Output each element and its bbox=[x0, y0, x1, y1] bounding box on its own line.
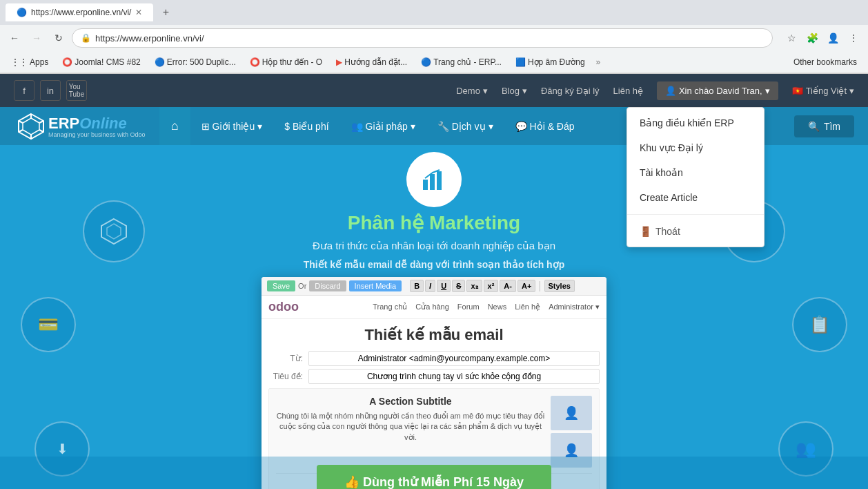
tab-bar: 🔵 https://www.erponline.vn/vi/ ✕ + bbox=[0, 0, 868, 25]
home-button[interactable]: ⌂ bbox=[159, 107, 190, 145]
sub-btn[interactable]: x₂ bbox=[466, 280, 482, 292]
nav-news[interactable]: News bbox=[488, 303, 507, 311]
save-button[interactable]: Save bbox=[267, 280, 295, 291]
bookmark-inbox[interactable]: ⭕ Hộp thư đến - O bbox=[244, 55, 328, 69]
font-increase-btn[interactable]: A+ bbox=[517, 280, 535, 292]
erp-icon: 🔵 bbox=[421, 57, 431, 67]
social-icons: f in YouTube bbox=[14, 80, 87, 101]
from-value[interactable]: Administrator <admin@yourcompany.example… bbox=[308, 351, 600, 366]
main-menu-items: ⊞ Giới thiệu ▾ $ Biểu phí 👥 Giải pháp ▾ … bbox=[190, 107, 586, 145]
logo-erp: ERP bbox=[48, 115, 79, 133]
user-menu-button[interactable]: 👤 Xin chào David Tran, ▾ bbox=[657, 82, 778, 100]
search-icon: 🔍 bbox=[808, 121, 820, 132]
logo[interactable]: ERP Online Managing your business with O… bbox=[14, 109, 146, 144]
dropdown-create-article[interactable]: Create Article bbox=[627, 185, 764, 210]
url-text: https://www.erponline.vn/vi/ bbox=[95, 33, 204, 44]
address-bar[interactable]: 🔒 https://www.erponline.vn/vi/ bbox=[72, 28, 773, 48]
hero-main-icon bbox=[406, 152, 462, 207]
hero-feature-text: Thiết kế mẫu email dễ dàng với trình soạ… bbox=[0, 259, 868, 270]
dropdown-logout[interactable]: 🚪 Thoát bbox=[627, 219, 764, 244]
from-field: Từ: Administrator <admin@yourcompany.exa… bbox=[268, 351, 600, 366]
nav-dich-vu[interactable]: 🔧 Dịch vụ ▾ bbox=[426, 107, 504, 145]
cta-area: 👍 Dùng thử Miễn Phí 15 Ngày bbox=[0, 457, 868, 489]
register-agent-link[interactable]: Đăng ký Đại lý bbox=[541, 86, 600, 96]
forward-button[interactable]: → bbox=[28, 29, 46, 47]
back-button[interactable]: ← bbox=[6, 29, 23, 47]
email-odoo-header: odoo Trang chủ Cửa hàng Forum News Liên … bbox=[262, 296, 606, 319]
odoo-nav: Trang chủ Cửa hàng Forum News Liên hệ Ad… bbox=[373, 303, 600, 311]
font-decrease-btn[interactable]: A- bbox=[500, 280, 516, 292]
joomla-icon: ⭕ bbox=[62, 57, 72, 67]
subject-value[interactable]: Chương trình chung tay vì sức khỏe cộng … bbox=[308, 369, 600, 384]
nav-admin[interactable]: Administrator ▾ bbox=[549, 303, 600, 311]
dropdown-agent-area[interactable]: Khu vực Đại lý bbox=[627, 135, 764, 160]
svg-marker-8 bbox=[101, 219, 126, 244]
profile-button[interactable]: 👤 bbox=[824, 29, 842, 47]
blog-menu[interactable]: Blog ▾ bbox=[502, 86, 527, 96]
inbox-icon: ⭕ bbox=[250, 57, 260, 67]
bold-btn[interactable]: B bbox=[410, 280, 424, 292]
bookmark-erp[interactable]: 🔵 Trang chủ - ERP... bbox=[415, 55, 507, 69]
bookmark-joomla[interactable]: ⭕ Joomla! CMS #82 bbox=[57, 55, 146, 69]
circuit-node-left-top bbox=[83, 200, 145, 262]
insert-media-button[interactable]: Insert Media bbox=[349, 280, 402, 291]
bookmarks-overflow: » bbox=[593, 57, 604, 67]
flag-icon: 🇻🇳 bbox=[792, 86, 803, 96]
logo-tagline: Managing your business with Odoo bbox=[48, 131, 146, 138]
bookmark-youtube[interactable]: ▶ Hướng dẫn đặt... bbox=[331, 55, 413, 69]
bookmark-apps[interactable]: ⋮⋮ Apps bbox=[6, 55, 54, 69]
reload-button[interactable]: ↻ bbox=[50, 29, 68, 47]
menu-button[interactable]: ⋮ bbox=[845, 29, 862, 47]
youtube-social-icon[interactable]: YouTube bbox=[66, 80, 87, 101]
italic-btn[interactable]: I bbox=[425, 280, 435, 292]
discard-button[interactable]: Discard bbox=[309, 280, 346, 291]
section-body-text: Chúng tôi là một nhóm những người cần th… bbox=[276, 411, 545, 443]
website-content: f in YouTube Demo ▾ Blog ▾ Đăng ký Đại l… bbox=[0, 74, 868, 489]
active-tab[interactable]: 🔵 https://www.erponline.vn/vi/ ✕ bbox=[6, 3, 153, 21]
user-dropdown-arrow: ▾ bbox=[765, 86, 770, 96]
demo-menu[interactable]: Demo ▾ bbox=[456, 86, 488, 96]
browser-chrome: 🔵 https://www.erponline.vn/vi/ ✕ + ← → ↻… bbox=[0, 0, 868, 74]
error-icon: 🔵 bbox=[155, 57, 165, 67]
nav-trangchu[interactable]: Trang chủ bbox=[373, 303, 407, 311]
nav-forum[interactable]: Forum bbox=[457, 303, 480, 311]
nav-gioi-thieu[interactable]: ⊞ Giới thiệu ▾ bbox=[190, 107, 274, 145]
bookmark-star-button[interactable]: ☆ bbox=[782, 29, 800, 47]
linkedin-icon[interactable]: in bbox=[40, 80, 61, 101]
bookmarks-bar: ⋮⋮ Apps ⭕ Joomla! CMS #82 🔵 Error: 500 D… bbox=[0, 51, 868, 73]
circuit-node-left-mid: 💳 bbox=[21, 297, 76, 352]
section-title-1: A Section Subtitle bbox=[276, 396, 545, 407]
contact-link[interactable]: Liên hệ bbox=[613, 86, 643, 96]
home-icon: ⌂ bbox=[171, 119, 179, 133]
format-buttons: B I U S x₂ x² A- A+ | Styles bbox=[410, 280, 575, 292]
underline-btn[interactable]: U bbox=[437, 280, 451, 292]
nav-cuahang[interactable]: Cửa hàng bbox=[415, 303, 449, 311]
dropdown-account[interactable]: Tài khoản bbox=[627, 160, 764, 185]
chat-icon: 💬 bbox=[515, 121, 527, 132]
sup-btn[interactable]: x² bbox=[484, 280, 499, 292]
free-trial-button[interactable]: 👍 Dùng thử Miễn Phí 15 Ngày bbox=[317, 465, 551, 489]
styles-btn[interactable]: Styles bbox=[544, 280, 575, 292]
search-button[interactable]: 🔍 Tìm bbox=[794, 115, 854, 137]
youtube-icon: ▶ bbox=[336, 57, 342, 67]
circuit-node-right-mid: 📋 bbox=[792, 297, 847, 352]
facebook-icon[interactable]: f bbox=[14, 80, 34, 101]
svg-rect-11 bbox=[430, 174, 435, 190]
nav-giai-phap[interactable]: 👥 Giải pháp ▾ bbox=[340, 107, 426, 145]
dropdown-dashboard[interactable]: Bảng điều khiển ERP bbox=[627, 111, 764, 135]
extensions-button[interactable]: 🧩 bbox=[803, 29, 821, 47]
nav-hoi-dap[interactable]: 💬 Hỏi & Đáp bbox=[504, 107, 586, 145]
new-tab-button[interactable]: + bbox=[156, 3, 175, 22]
user-dropdown-menu: Bảng điều khiển ERP Khu vực Đại lý Tài k… bbox=[627, 107, 765, 247]
bookmark-error[interactable]: 🔵 Error: 500 Duplic... bbox=[149, 55, 241, 69]
giai-phap-arrow: ▾ bbox=[411, 121, 415, 132]
nav-bieu-phi[interactable]: $ Biểu phí bbox=[273, 107, 339, 145]
logo-online: Online bbox=[79, 115, 126, 133]
svg-rect-10 bbox=[423, 180, 428, 190]
bookmark-hopam[interactable]: 🟦 Hợp âm Đường bbox=[510, 55, 591, 69]
language-button[interactable]: 🇻🇳 Tiếng Việt ▾ bbox=[792, 86, 854, 96]
dollar-icon: $ bbox=[284, 121, 290, 132]
nav-lienhe[interactable]: Liên hệ bbox=[515, 303, 540, 311]
strike-btn[interactable]: S bbox=[452, 280, 465, 292]
other-bookmarks-button[interactable]: Other bookmarks bbox=[788, 55, 862, 69]
